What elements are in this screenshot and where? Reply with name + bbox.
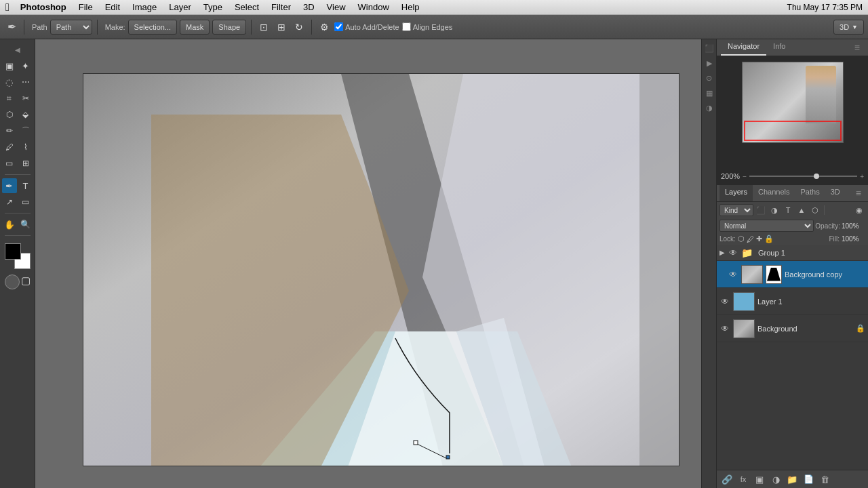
eraser-tool[interactable]: 🖊 [2, 140, 17, 155]
panel-collapse-arrow[interactable]: ◀ [10, 42, 25, 57]
quick-mask-button[interactable] [5, 274, 20, 289]
zoom-in-icon[interactable]: + [860, 173, 864, 180]
tab-info[interactable]: Info [766, 39, 792, 56]
navigator-panel-toggle[interactable]: ⬛ [703, 42, 715, 54]
new-layer-button[interactable]: 📄 [802, 473, 814, 485]
menu-type[interactable]: Type [198, 0, 228, 15]
menu-photoshop[interactable]: Photoshop [15, 0, 72, 15]
clone-tool[interactable]: ✏ [2, 123, 17, 138]
mask-button[interactable]: Mask [180, 20, 210, 35]
align-edges-checkbox[interactable] [402, 22, 411, 31]
menu-layer[interactable]: Layer [163, 0, 197, 15]
play-icon[interactable]: ▶ [703, 57, 715, 69]
type-tool[interactable]: T [18, 178, 33, 193]
magic-wand-tool[interactable]: ⋯ [18, 75, 33, 89]
filter-pixel-icon[interactable]: ⬛ [755, 204, 767, 216]
transform-icon-1[interactable]: ⊡ [256, 20, 271, 35]
brush-size-icon[interactable]: ⊙ [703, 72, 715, 84]
new-group-button[interactable]: 📁 [786, 473, 798, 485]
transform-icon-2[interactable]: ⊞ [274, 20, 289, 35]
zoom-out-icon[interactable]: − [743, 173, 747, 180]
layer-group-1[interactable]: ▶ 👁 📁 Group 1 [717, 245, 868, 261]
zoom-slider-handle[interactable] [814, 174, 819, 179]
menu-help[interactable]: Help [396, 0, 425, 15]
menu-select[interactable]: Select [229, 0, 264, 15]
layer-1[interactable]: 👁 Layer 1 [717, 288, 868, 315]
filter-adjust-icon[interactable]: ◑ [768, 204, 781, 216]
lock-transparent-icon[interactable]: ⬡ [738, 235, 745, 243]
menu-window[interactable]: Window [353, 0, 395, 15]
delete-layer-button[interactable]: 🗑 [818, 473, 831, 485]
layer-background[interactable]: 👁 Background 🔒 [717, 315, 868, 342]
filter-type-icon[interactable]: T [782, 204, 794, 216]
group-folder-icon: 📁 [741, 247, 753, 258]
blend-mode-select[interactable]: Normal Multiply Screen Overlay [719, 220, 814, 232]
filter-shape-icon[interactable]: ▲ [795, 204, 808, 216]
tools-separator-3 [5, 235, 31, 236]
new-fill-adjustment-button[interactable]: ◑ [770, 473, 782, 485]
swatches-icon[interactable]: ▦ [703, 87, 715, 99]
menu-3d[interactable]: 3D [298, 0, 320, 15]
lock-position-icon[interactable]: ✚ [756, 235, 762, 243]
menu-edit[interactable]: Edit [100, 0, 125, 15]
menu-image[interactable]: Image [127, 0, 162, 15]
transform-icon-3[interactable]: ↻ [292, 20, 307, 35]
menu-view[interactable]: View [321, 0, 351, 15]
auto-add-delete-checkbox[interactable] [334, 22, 343, 31]
selection-button[interactable]: Selection... [128, 20, 177, 35]
adjustments-icon[interactable]: ◑ [703, 102, 715, 114]
bg-visibility-toggle[interactable]: 👁 [719, 323, 730, 334]
lasso-tool[interactable]: ◌ [2, 75, 17, 89]
zoom-slider[interactable] [749, 176, 857, 177]
layers-panel-grip[interactable]: ≡ [852, 185, 865, 201]
layer-background-copy[interactable]: 👁 Background copy [717, 261, 868, 288]
crop-tool[interactable]: ⌗ [2, 91, 17, 106]
link-layers-button[interactable]: 🔗 [721, 473, 733, 485]
layer-effects-button[interactable]: fx [737, 473, 749, 485]
tab-channels[interactable]: Channels [753, 185, 795, 201]
panel-grip-nav[interactable]: ≡ [850, 39, 864, 56]
group-expand-arrow[interactable]: ▶ [719, 249, 725, 256]
path-select[interactable]: Path Shape Pixels [50, 20, 92, 35]
tab-navigator[interactable]: Navigator [721, 39, 766, 56]
lock-label: Lock: [719, 235, 736, 243]
layer-1-visibility-toggle[interactable]: 👁 [719, 296, 730, 307]
filter-toggle-icon[interactable]: ◉ [853, 204, 865, 216]
menu-file[interactable]: File [73, 0, 98, 15]
eyedropper-tool[interactable]: ✂ [18, 91, 33, 106]
path-select-tool[interactable]: ↗ [2, 195, 17, 209]
menu-filter[interactable]: Filter [266, 0, 296, 15]
select-tool[interactable]: ▣ [2, 58, 17, 73]
apple-menu-icon[interactable]:  [5, 1, 9, 14]
lock-all-icon[interactable]: 🔒 [764, 235, 774, 243]
tool-row-pen: ✒ T [2, 178, 33, 193]
add-mask-button[interactable]: ▣ [753, 473, 766, 485]
toolbar-separator-3 [251, 20, 252, 35]
tab-layers[interactable]: Layers [719, 185, 753, 201]
3d-dropdown[interactable]: 3D ▼ [833, 20, 864, 35]
screen-mode-button[interactable]: ▢ [21, 274, 31, 289]
tools-separator-2 [5, 213, 31, 214]
group-1-visibility[interactable]: 👁 [728, 247, 738, 258]
kind-filter-select[interactable]: Kind [719, 204, 753, 216]
pen-tool[interactable]: ✒ [2, 178, 17, 193]
shape-tool[interactable]: ▭ [18, 195, 33, 209]
canvas-area[interactable]: M [35, 39, 701, 488]
dodge-tool[interactable]: ⊞ [18, 156, 33, 171]
hand-tool[interactable]: ✋ [2, 217, 17, 232]
history-brush[interactable]: ⌒ [18, 123, 33, 138]
filter-smart-icon[interactable]: ⬡ [809, 204, 821, 216]
bg-copy-visibility-toggle[interactable]: 👁 [728, 269, 738, 280]
brush-tool[interactable]: ⬙ [18, 107, 33, 122]
gradient-tool[interactable]: ⌇ [18, 140, 33, 155]
foreground-color-swatch[interactable] [5, 243, 21, 260]
settings-icon[interactable]: ⚙ [317, 20, 332, 35]
shape-button[interactable]: Shape [212, 20, 246, 35]
blur-tool[interactable]: ▭ [2, 156, 17, 171]
tab-paths[interactable]: Paths [795, 185, 825, 201]
tab-3d[interactable]: 3D [825, 185, 846, 201]
move-tool[interactable]: ✦ [18, 58, 33, 73]
zoom-tool[interactable]: 🔍 [18, 217, 33, 232]
lock-image-icon[interactable]: 🖊 [747, 235, 754, 243]
patch-tool[interactable]: ⬡ [2, 107, 17, 122]
